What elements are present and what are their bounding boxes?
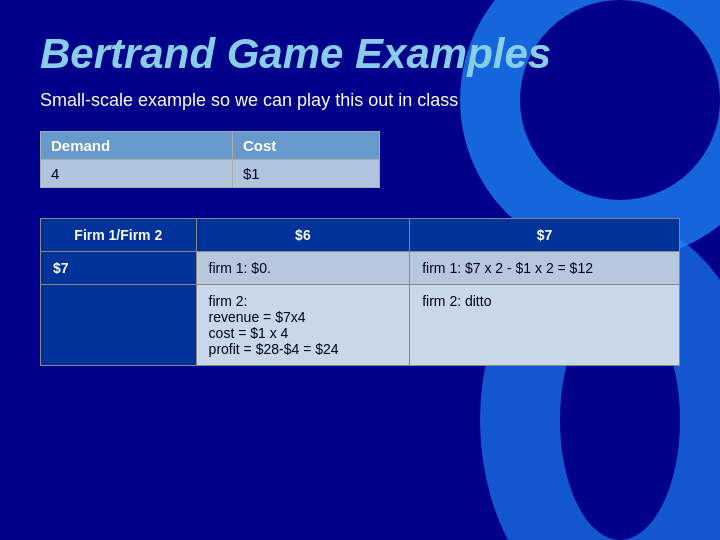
page-subtitle: Small-scale example so we can play this … — [40, 90, 680, 111]
table-row: firm 2: revenue = $7x4 cost = $1 x 4 pro… — [41, 285, 680, 366]
page-title: Bertrand Game Examples — [40, 30, 680, 78]
cost-header: Cost — [233, 132, 380, 160]
cost-value: $1 — [233, 160, 380, 188]
table-row: 4 $1 — [41, 160, 380, 188]
cell-row1-col6: firm 1: $0. — [196, 252, 410, 285]
row-header-2 — [41, 285, 197, 366]
row-header-1: $7 — [41, 252, 197, 285]
col-header-6: $6 — [196, 219, 410, 252]
col-header-7: $7 — [410, 219, 680, 252]
demand-header: Demand — [41, 132, 233, 160]
demand-cost-table: Demand Cost 4 $1 — [40, 131, 380, 188]
table-row: $7 firm 1: $0. firm 1: $7 x 2 - $1 x 2 =… — [41, 252, 680, 285]
cell-row1-col7: firm 1: $7 x 2 - $1 x 2 = $12 — [410, 252, 680, 285]
game-matrix-table: Firm 1/Firm 2 $6 $7 $7 firm 1: $0. firm … — [40, 218, 680, 366]
cell-row2-col7: firm 2: ditto — [410, 285, 680, 366]
col-header-firm: Firm 1/Firm 2 — [41, 219, 197, 252]
main-content: Bertrand Game Examples Small-scale examp… — [0, 0, 720, 386]
cell-row2-col6: firm 2: revenue = $7x4 cost = $1 x 4 pro… — [196, 285, 410, 366]
demand-value: 4 — [41, 160, 233, 188]
